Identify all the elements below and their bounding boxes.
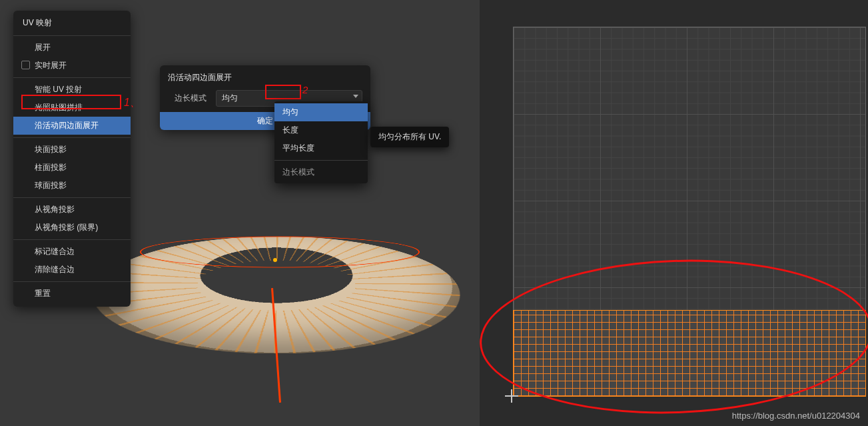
menu-item-cube-projection[interactable]: 块面投影 <box>13 141 131 159</box>
menu-item-live-unwrap[interactable]: 实时展开 <box>13 57 131 75</box>
annotation-box-2 <box>265 85 301 99</box>
3d-cursor-icon <box>273 258 277 262</box>
annotation-label-1: 1、 <box>124 96 141 110</box>
uv-2d-cursor-icon <box>505 389 518 403</box>
menu-item-clear-seam[interactable]: 清除缝合边 <box>13 261 131 279</box>
menu-item-project-from-view[interactable]: 从视角投影 <box>13 201 131 219</box>
menu-item-unwrap[interactable]: 展开 <box>13 39 131 57</box>
annotation-box-1 <box>21 95 121 109</box>
annotation-label-2: 2 <box>302 84 308 95</box>
edge-length-mode-dropdown: 均匀 长度 平均长度 边长模式 <box>274 101 368 183</box>
menu-item-reset[interactable]: 重置 <box>13 285 131 303</box>
menu-item-project-from-view-bounds[interactable]: 从视角投影 (限界) <box>13 219 131 237</box>
tooltip: 均匀分布所有 UV. <box>370 127 449 147</box>
dropdown-footer: 边长模式 <box>274 163 368 181</box>
dropdown-option-length[interactable]: 长度 <box>274 121 368 139</box>
edge-length-mode-label: 边长模式 <box>168 93 211 104</box>
menu-item-cylinder-projection[interactable]: 柱面投影 <box>13 159 131 177</box>
menu-item-mark-seam[interactable]: 标记缝合边 <box>13 243 131 261</box>
watermark-text: https://blog.csdn.net/u012204304 <box>732 411 860 421</box>
seam-ring <box>140 237 420 268</box>
uv-mapping-menu: UV 映射 展开 实时展开 智能 UV 投射 光照贴图拼排 沿活动四边面展开 块… <box>13 11 131 307</box>
menu-title: UV 映射 <box>13 13 131 33</box>
dropdown-option-even[interactable]: 均匀 <box>274 103 368 121</box>
panel-title: 沿活动四边面展开 <box>168 72 362 83</box>
chevron-down-icon <box>353 95 358 98</box>
menu-item-follow-active-quads[interactable]: 沿活动四边面展开 <box>13 117 131 135</box>
dropdown-option-length-average[interactable]: 平均长度 <box>274 139 368 157</box>
menu-item-sphere-projection[interactable]: 球面投影 <box>13 177 131 195</box>
